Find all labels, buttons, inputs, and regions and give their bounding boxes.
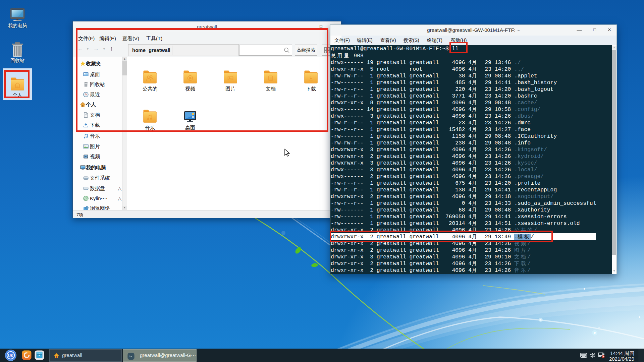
svg-text:>-: >- [129, 355, 132, 358]
svg-text:UK: UK [8, 354, 13, 358]
